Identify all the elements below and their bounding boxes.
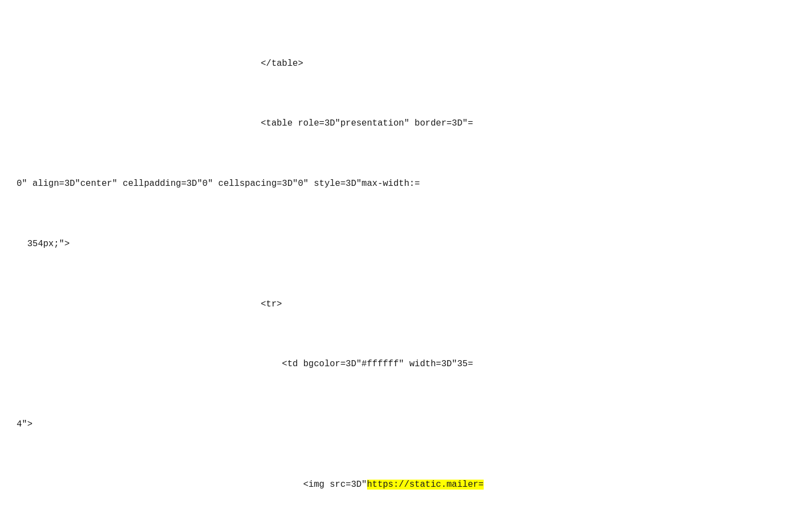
- code-line-4: 354px;">: [17, 237, 795, 252]
- code-line-7: 4">: [17, 417, 795, 432]
- code-line-1: </table>: [17, 56, 795, 71]
- code-line-5: <tr>: [17, 297, 795, 312]
- highlight-start: https://static.mailer=: [367, 480, 484, 490]
- code-line-8: <img src=3D"https://static.mailer=: [17, 477, 795, 492]
- code-content: </table> <table role=3D"presentation" bo…: [17, 11, 795, 520]
- code-line-6: <td bgcolor=3D"#ffffff" width=3D"35=: [17, 357, 795, 372]
- code-line-2: <table role=3D"presentation" border=3D"=: [17, 116, 795, 131]
- code-line-3: 0" align=3D"center" cellpadding=3D"0" ce…: [17, 176, 795, 191]
